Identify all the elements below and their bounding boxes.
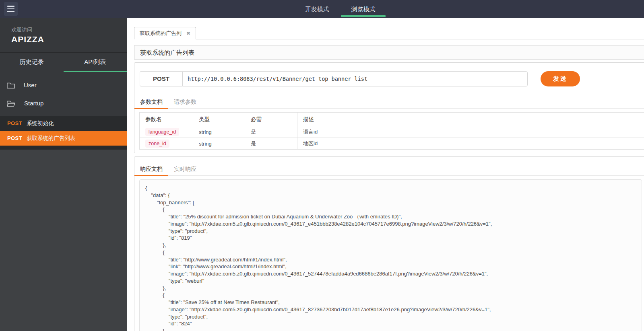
table-header-cell: 类型	[193, 113, 245, 126]
tab-param-doc[interactable]: 参数文档	[134, 96, 168, 108]
param-name-chip: zone_id	[145, 140, 169, 148]
folder-item-label: Startup	[24, 100, 43, 107]
sidebar-tabs: 历史记录 API列表	[0, 53, 127, 72]
tab-request-params[interactable]: 请求参数	[168, 96, 202, 108]
method-box: POST	[140, 71, 182, 86]
table-cell: string	[193, 138, 245, 150]
url-input[interactable]	[182, 71, 528, 86]
request-panel: POST 发送 参数文档 请求参数 参数名 类型 必需 描述 language_…	[134, 62, 644, 153]
send-button[interactable]: 发送	[541, 71, 580, 86]
param-tabs: 参数文档 请求参数	[134, 96, 644, 109]
api-title-panel: 获取系统的广告列表	[134, 45, 644, 60]
api-item-banner-list[interactable]: POST 获取系统的广告列表	[0, 131, 127, 146]
tab-api-list[interactable]: API列表	[64, 53, 127, 72]
table-cell: 地区id	[297, 138, 644, 150]
table-row: language_id string 是 语言id	[140, 126, 644, 138]
top-bar: 开发模式 浏览模式	[0, 0, 644, 18]
page-title: 获取系统的广告列表	[140, 49, 194, 56]
tab-response-doc[interactable]: 响应文档	[134, 163, 168, 175]
folder-item-startup[interactable]: Startup	[0, 94, 127, 112]
tab-history[interactable]: 历史记录	[0, 53, 64, 72]
doc-tab-label: 获取系统的广告列	[140, 30, 182, 37]
doc-tab[interactable]: 获取系统的广告列 ✖	[134, 27, 196, 39]
sidebar-header: 欢迎访问 APIZZA	[0, 18, 127, 53]
table-header-cell: 描述	[297, 113, 644, 126]
doc-tabs-bar: 获取系统的广告列 ✖	[134, 18, 644, 39]
main-content: 获取系统的广告列 ✖ 获取系统的广告列表 POST 发送 参数文档 请求参数 参…	[127, 18, 644, 331]
api-item-label: 获取系统的广告列表	[27, 135, 76, 142]
response-code-block[interactable]: { "data": { "top_banners": [ { "title": …	[139, 179, 642, 331]
table-cell: 语言id	[297, 126, 644, 138]
api-list: POST 系统初始化 POST 获取系统的广告列表	[0, 116, 127, 150]
menu-button[interactable]	[4, 2, 18, 16]
table-row: zone_id string 是 地区id	[140, 138, 644, 150]
param-table: 参数名 类型 必需 描述 language_id string 是 语言id z…	[139, 112, 644, 150]
table-header-cell: 必需	[245, 113, 297, 126]
welcome-text: 欢迎访问	[11, 26, 127, 33]
table-cell: string	[193, 126, 245, 138]
folder-item-user[interactable]: User	[0, 76, 127, 94]
tab-live-response[interactable]: 实时响应	[168, 163, 202, 175]
brand-title: APIZZA	[11, 35, 127, 44]
api-item-label: 系统初始化	[27, 120, 54, 127]
folder-open-icon	[7, 100, 15, 107]
param-name-chip: language_id	[145, 128, 179, 136]
tab-dev-mode[interactable]: 开发模式	[294, 0, 340, 18]
tab-close-icon[interactable]: ✖	[186, 31, 190, 36]
method-badge: POST	[7, 120, 22, 126]
table-header-cell: 参数名	[140, 113, 193, 126]
table-cell: 是	[245, 126, 297, 138]
request-row: POST 发送	[140, 71, 641, 86]
response-tabs: 响应文档 实时响应	[134, 163, 644, 176]
method-badge: POST	[7, 135, 22, 141]
folder-icon	[7, 82, 15, 89]
api-item-system-init[interactable]: POST 系统初始化	[0, 116, 127, 131]
folder-item-label: User	[24, 82, 37, 88]
folder-list: User Startup	[0, 72, 127, 116]
sidebar: 欢迎访问 APIZZA 历史记录 API列表 User Startup	[0, 18, 127, 331]
response-panel: 响应文档 实时响应 { "data": { "top_banners": [ {…	[134, 156, 644, 331]
tab-browse-mode[interactable]: 浏览模式	[340, 0, 386, 18]
mode-tabs: 开发模式 浏览模式	[294, 0, 386, 18]
table-cell: 是	[245, 138, 297, 150]
